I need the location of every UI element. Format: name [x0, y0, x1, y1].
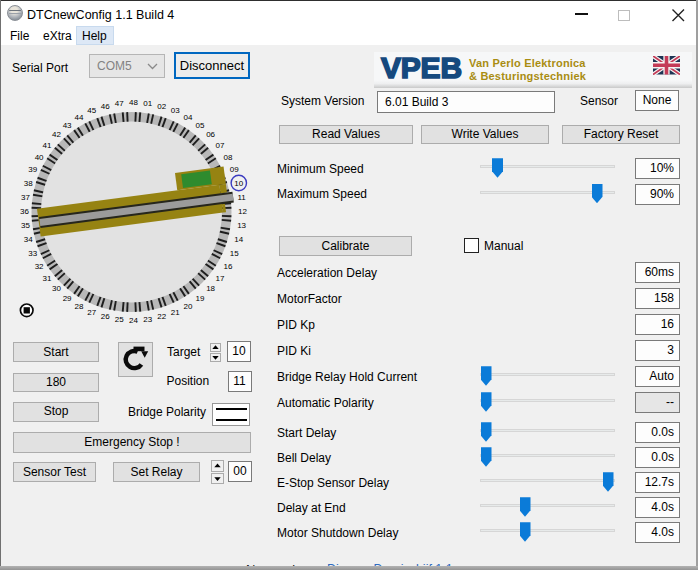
- svg-text:32: 32: [35, 262, 44, 271]
- svg-text:41: 41: [43, 141, 52, 150]
- svg-text:43: 43: [63, 121, 72, 130]
- svg-text:03: 03: [171, 106, 180, 115]
- svg-text:39: 39: [28, 165, 37, 174]
- svg-text:25: 25: [115, 315, 124, 324]
- svg-text:12: 12: [238, 207, 247, 216]
- svg-text:20: 20: [184, 302, 193, 311]
- svg-text:22: 22: [157, 312, 166, 321]
- svg-text:02: 02: [157, 102, 166, 111]
- svg-text:40: 40: [35, 153, 44, 162]
- svg-text:26: 26: [101, 312, 110, 321]
- svg-text:35: 35: [21, 221, 30, 230]
- svg-text:15: 15: [230, 249, 239, 258]
- svg-text:14: 14: [234, 235, 243, 244]
- svg-text:05: 05: [195, 121, 204, 130]
- svg-text:34: 34: [24, 235, 33, 244]
- svg-text:18: 18: [206, 284, 215, 293]
- svg-text:08: 08: [223, 153, 232, 162]
- svg-text:24: 24: [129, 316, 138, 325]
- svg-text:45: 45: [87, 106, 96, 115]
- svg-text:46: 46: [101, 102, 110, 111]
- svg-text:28: 28: [75, 302, 84, 311]
- svg-text:16: 16: [223, 262, 232, 271]
- svg-text:09: 09: [230, 165, 239, 174]
- svg-text:48: 48: [129, 98, 138, 107]
- svg-text:21: 21: [171, 308, 180, 317]
- svg-text:31: 31: [43, 274, 52, 283]
- svg-text:07: 07: [216, 141, 225, 150]
- svg-text:38: 38: [24, 179, 33, 188]
- svg-text:19: 19: [195, 294, 204, 303]
- svg-text:37: 37: [21, 193, 30, 202]
- svg-text:10: 10: [234, 179, 243, 188]
- svg-text:04: 04: [184, 113, 193, 122]
- svg-text:17: 17: [216, 274, 225, 283]
- svg-text:42: 42: [52, 130, 61, 139]
- svg-text:13: 13: [237, 221, 246, 230]
- svg-text:33: 33: [28, 249, 37, 258]
- svg-text:11: 11: [237, 193, 246, 202]
- svg-text:44: 44: [75, 113, 84, 122]
- svg-text:27: 27: [87, 308, 96, 317]
- svg-text:23: 23: [143, 315, 152, 324]
- svg-text:01: 01: [143, 99, 152, 108]
- svg-text:30: 30: [52, 284, 61, 293]
- svg-text:47: 47: [115, 99, 124, 108]
- svg-text:06: 06: [206, 130, 215, 139]
- svg-text:29: 29: [63, 294, 72, 303]
- svg-text:36: 36: [20, 207, 29, 216]
